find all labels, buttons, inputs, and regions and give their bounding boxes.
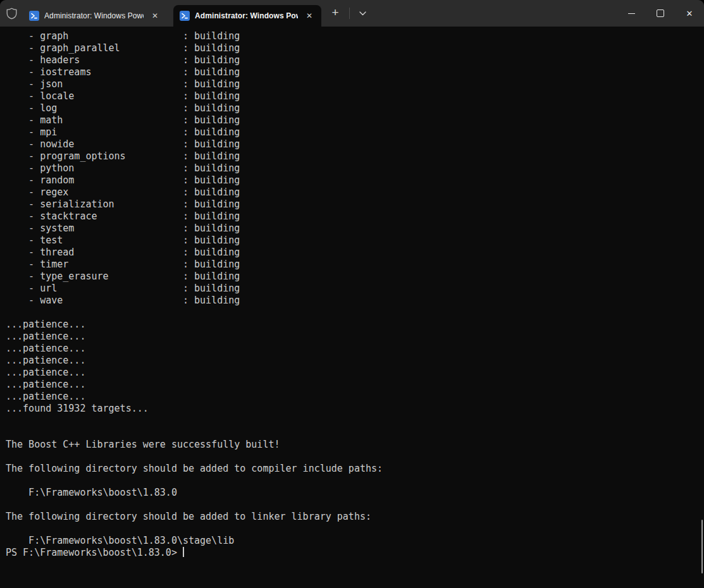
tab-dropdown-button[interactable] [350, 0, 375, 27]
new-tab-button[interactable]: + [321, 0, 349, 27]
minimize-icon [628, 13, 635, 14]
tab-close-icon[interactable]: ✕ [149, 10, 161, 21]
chevron-down-icon [359, 11, 366, 16]
tab-title: Administrator: Windows PowerShell [44, 11, 144, 20]
tab-powershell-1[interactable]: Administrator: Windows PowerShell ✕ [23, 5, 167, 27]
admin-shield-icon [0, 0, 23, 27]
close-button[interactable]: ✕ [675, 0, 704, 27]
text-cursor [183, 547, 184, 557]
terminal-output: - graph : building - graph_parallel : bu… [6, 30, 704, 547]
prompt-text: PS F:\Frameworks\boost\1.83.0> [6, 547, 183, 558]
window-controls: ✕ [617, 0, 704, 27]
prompt-line: PS F:\Frameworks\boost\1.83.0> [6, 547, 704, 559]
powershell-icon [29, 11, 39, 21]
tab-title: Administrator: Windows PowerShell [195, 11, 298, 20]
maximize-icon [657, 9, 664, 17]
title-bar: Administrator: Windows PowerShell ✕ Admi… [0, 0, 704, 27]
terminal-content[interactable]: - graph : building - graph_parallel : bu… [0, 27, 704, 588]
maximize-button[interactable] [646, 0, 675, 27]
minimize-button[interactable] [617, 0, 646, 27]
tab-powershell-2-active[interactable]: Administrator: Windows PowerShell ✕ [173, 5, 321, 27]
scrollbar-thumb[interactable] [701, 520, 703, 573]
terminal-window: Administrator: Windows PowerShell ✕ Admi… [0, 0, 704, 588]
powershell-icon [180, 11, 190, 21]
close-icon: ✕ [686, 9, 693, 18]
tab-close-icon[interactable]: ✕ [303, 10, 316, 21]
